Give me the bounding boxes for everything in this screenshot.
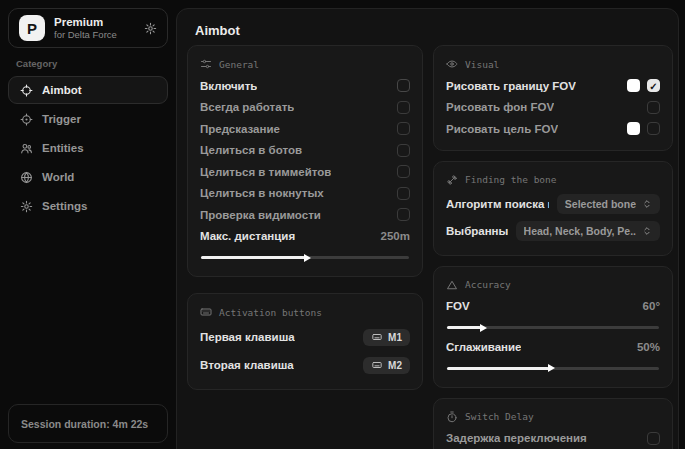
bone-icon — [446, 174, 458, 186]
card-activation-header: Activation buttons — [200, 306, 410, 318]
slider-label: Макс. дистанция — [200, 230, 295, 242]
visual-label: Рисовать цель FOV — [446, 123, 558, 135]
eye-icon — [446, 58, 458, 70]
card-title: Visual — [465, 59, 499, 70]
card-general-header: General — [200, 58, 410, 70]
checkbox-prediction[interactable] — [397, 122, 410, 135]
checkbox-switch-delay[interactable] — [647, 432, 660, 445]
checkbox-fov-target[interactable] — [647, 122, 660, 135]
gear-icon — [20, 200, 33, 213]
slider-label: FOV — [446, 300, 470, 312]
card-switch-delay-header: Switch Delay — [446, 411, 660, 423]
stopwatch-icon — [446, 411, 458, 423]
card-finding-bone: Finding the bone Алгоритм поиска кости S… — [433, 161, 673, 256]
toggle-label: Проверка видимости — [200, 209, 321, 221]
bone-label: Выбранные кости — [446, 225, 508, 237]
bone-row-selected-bones: Выбранные кости Head, Neck, Body, Pe.. — [446, 218, 660, 245]
sidebar-item-trigger[interactable]: Trigger — [8, 105, 168, 133]
gear-icon[interactable] — [144, 22, 157, 35]
card-visual-header: Visual — [446, 58, 660, 70]
slider-row-max-distance: Макс. дистанция 250m — [200, 226, 410, 248]
world-icon — [20, 171, 33, 184]
sidebar-item-label: Entities — [42, 142, 84, 154]
crosshair-icon — [20, 84, 33, 97]
sidebar-item-entities[interactable]: Entities — [8, 134, 168, 162]
slider-fill — [201, 256, 305, 259]
smoothing-slider[interactable] — [447, 367, 659, 370]
card-general: General Включить Всегда работать Предска… — [187, 45, 423, 277]
color-swatch-fov-border[interactable] — [627, 79, 640, 92]
selected-bones-select[interactable]: Head, Neck, Body, Pe.. — [516, 221, 660, 241]
sidebar-item-aimbot[interactable]: Aimbot — [8, 76, 168, 104]
keybind-button-m1[interactable]: M1 — [363, 329, 410, 346]
slider-fill — [447, 367, 549, 370]
card-title: Accuracy — [465, 279, 511, 290]
slider-value: 50% — [637, 341, 660, 353]
sliders-icon — [200, 58, 212, 70]
brand-text: Premium for Delta Force — [54, 15, 135, 41]
toggle-label: Целиться в нокнутых — [200, 187, 324, 199]
page-title: Aimbot — [195, 23, 240, 38]
toggle-row-enable: Включить — [200, 75, 410, 97]
bone-label: Алгоритм поиска кости — [446, 198, 549, 210]
card-title: General — [219, 59, 259, 70]
chevron-updown-icon — [642, 199, 652, 209]
keybind-button-m2[interactable]: M2 — [363, 357, 410, 374]
main-panel: Aimbot General Включить Всегда работать … — [176, 8, 679, 449]
sidebar-item-settings[interactable]: Settings — [8, 192, 168, 220]
toggle-row-always-work: Всегда работать — [200, 97, 410, 119]
checkbox-always-work[interactable] — [397, 101, 410, 114]
card-bone-header: Finding the bone — [446, 174, 660, 186]
checkbox-enable[interactable] — [397, 79, 410, 92]
category-label: Category — [16, 58, 160, 69]
slider-value: 60° — [643, 300, 660, 312]
sidebar-item-label: Trigger — [42, 113, 81, 125]
checkbox-target-knocked[interactable] — [397, 187, 410, 200]
checkbox-fov-border[interactable] — [647, 79, 660, 92]
fov-slider[interactable] — [447, 326, 659, 329]
card-switch-delay: Switch Delay Задержка переключения Задер… — [433, 398, 673, 449]
selected-value: Head, Neck, Body, Pe.. — [524, 225, 636, 237]
checkbox-target-bots[interactable] — [397, 144, 410, 157]
brand-card: P Premium for Delta Force — [8, 8, 168, 48]
keyboard-icon — [371, 332, 383, 342]
keybind-row-first: Первая клавиша M1 — [200, 323, 410, 351]
keybind-row-second: Вторая клавиша M2 — [200, 351, 410, 379]
left-column: General Включить Всегда работать Предска… — [187, 45, 423, 390]
toggle-label: Включить — [200, 80, 257, 92]
toggle-label: Целиться в ботов — [200, 144, 302, 156]
slider-fill — [447, 326, 481, 329]
sidebar-item-label: World — [42, 171, 74, 183]
keybind-value: M1 — [388, 332, 402, 343]
sidebar-item-label: Settings — [42, 200, 87, 212]
card-title: Finding the bone — [465, 174, 557, 185]
triangle-icon — [446, 279, 458, 291]
slider-row-smoothing: Сглаживание 50% — [446, 336, 660, 358]
bone-algorithm-select[interactable]: Selected bone — [557, 194, 660, 214]
visual-row-fov-target: Рисовать цель FOV — [446, 118, 660, 140]
visual-label: Рисовать границу FOV — [446, 80, 576, 92]
keybind-label: Вторая клавиша — [200, 359, 294, 371]
slider-label: Сглаживание — [446, 341, 521, 353]
sidebar: P Premium for Delta Force Category Aimbo… — [0, 0, 176, 449]
keyboard-icon — [200, 306, 212, 318]
right-column: Visual Рисовать границу FOV Рисовать фон… — [433, 45, 673, 449]
visual-row-fov-border: Рисовать границу FOV — [446, 75, 660, 97]
slider-value: 250m — [381, 230, 410, 242]
session-duration: Session duration: 4m 22s — [8, 404, 168, 443]
selected-value: Selected bone — [565, 198, 636, 210]
sidebar-item-world[interactable]: World — [8, 163, 168, 191]
brand-title: Premium — [54, 15, 135, 29]
brand-subtitle: for Delta Force — [54, 29, 135, 41]
max-distance-slider[interactable] — [201, 256, 409, 259]
toggle-label: Всегда работать — [200, 101, 294, 113]
checkbox-fov-background[interactable] — [647, 101, 660, 114]
checkbox-visibility-check[interactable] — [397, 208, 410, 221]
visual-label: Рисовать фон FOV — [446, 101, 554, 113]
slider-row-fov: FOV 60° — [446, 296, 660, 318]
keybind-value: M2 — [388, 360, 402, 371]
entities-icon — [20, 142, 33, 155]
color-swatch-fov-target[interactable] — [627, 122, 640, 135]
checkbox-target-teammates[interactable] — [397, 165, 410, 178]
toggle-row-target-knocked: Целиться в нокнутых — [200, 183, 410, 205]
